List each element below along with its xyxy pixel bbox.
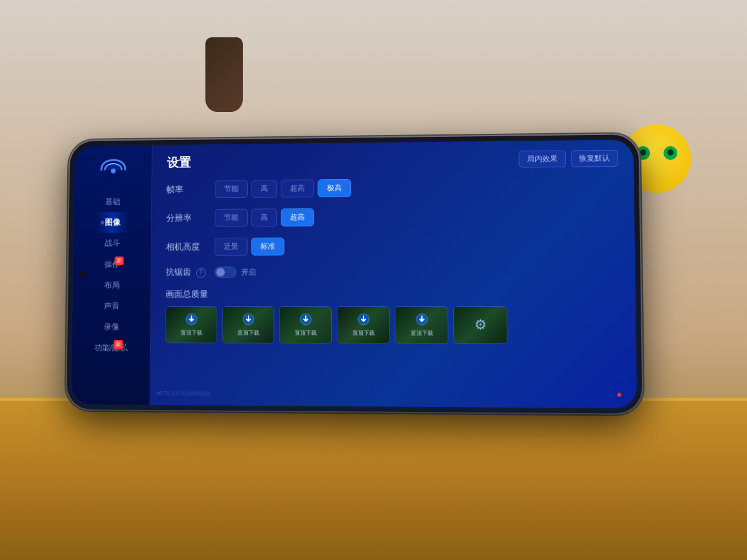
toy-eye-right — [664, 146, 677, 160]
quality-thumbnails: 置顶下载置顶下载置顶下载推荐置顶下载置顶下载⚙ — [165, 306, 620, 344]
quality-section: 画面总质量 置顶下载置顶下载置顶下载推荐置顶下载置顶下载⚙ — [165, 288, 620, 344]
toggle-label: 开启 — [242, 267, 256, 278]
toggle-track[interactable] — [214, 267, 236, 278]
resolution-row: 分辨率 节能高超高 — [166, 206, 619, 226]
download-icon — [299, 313, 312, 329]
thumb-label: 置顶下载 — [352, 330, 375, 337]
download-icon — [242, 313, 255, 329]
frame-rate-row: 帧率 节能高超高极高 — [166, 177, 618, 198]
resolution-option-超高[interactable]: 超高 — [281, 208, 314, 226]
toggle-thumb — [216, 268, 225, 277]
frame-rate-options: 节能高超高极高 — [215, 179, 351, 198]
red-dot-indicator — [618, 393, 621, 396]
download-icon — [415, 313, 428, 329]
main-content: 设置 局内效果 恢复默认 帧率 节能高超高极高 分辨率 — [150, 139, 637, 408]
thumb-label: 置顶下载 — [237, 329, 260, 337]
sidebar-item-label: 基础 — [105, 197, 120, 206]
vase-body — [205, 37, 243, 112]
sidebar-item-label: 战斗 — [105, 238, 120, 248]
thumb-label: 置顶下载 — [294, 330, 317, 337]
quality-thumb-q6[interactable]: ⚙ — [453, 306, 507, 344]
anti-alias-label: 抗锯齿 ? — [166, 267, 214, 278]
thumb-overlay: 置顶下载 — [337, 307, 389, 343]
quality-thumb-bg: 置顶下载 — [395, 307, 448, 343]
frame-rate-option-极高[interactable]: 极高 — [317, 179, 351, 197]
settings-area: 帧率 节能高超高极高 分辨率 节能高超高 相机高度 近景标准 — [165, 177, 621, 398]
resolution-option-节能[interactable]: 节能 — [215, 209, 248, 227]
camera-height-label: 相机高度 — [166, 241, 215, 253]
resolution-option-高[interactable]: 高 — [251, 208, 277, 226]
quality-thumb-q4[interactable]: 推荐置顶下载 — [337, 306, 390, 343]
thumb-overlay: 置顶下载 — [222, 307, 273, 343]
quality-thumb-bg: ⚙ — [454, 307, 507, 343]
quality-thumb-q5[interactable]: 置顶下载 — [395, 306, 448, 344]
toy-pupil-left — [640, 149, 646, 156]
phone-screen: 基础图像战斗操作新布局声音录像功能/隐私新 设置 局内效果 恢复默认 帧率 — [72, 139, 637, 408]
camera-height-row: 相机高度 近景标准 — [166, 236, 619, 256]
sidebar-item-operation[interactable]: 操作新 — [95, 254, 129, 275]
download-icon — [185, 313, 197, 329]
quality-thumb-bg: 置顶下载 — [280, 307, 331, 343]
sidebar-active-dot — [100, 221, 104, 225]
camera-height-option-标准[interactable]: 标准 — [251, 238, 284, 256]
toy-pupil-right — [667, 149, 674, 156]
thumb-label: 置顶下载 — [180, 329, 202, 337]
page-title: 设置 — [167, 154, 191, 171]
new-badge: 新 — [114, 340, 123, 349]
sidebar-item-record[interactable]: 录像 — [95, 317, 128, 338]
sidebar-item-battle[interactable]: 战斗 — [95, 233, 129, 254]
phone-wrapper: 基础图像战斗操作新布局声音录像功能/隐私新 设置 局内效果 恢复默认 帧率 — [67, 134, 642, 426]
sidebar-logo — [98, 157, 128, 182]
sidebar-item-label: 图像 — [105, 218, 120, 227]
quality-thumb-bg: 置顶下载 — [166, 307, 217, 343]
frame-rate-option-高[interactable]: 高 — [251, 180, 277, 198]
quality-title: 画面总质量 — [166, 288, 620, 300]
resolution-options: 节能高超高 — [215, 208, 314, 227]
sidebar-item-label: 声音 — [103, 301, 119, 310]
sidebar-item-sound[interactable]: 声音 — [95, 296, 128, 317]
in-match-button[interactable]: 局内效果 — [519, 151, 566, 168]
sidebar-item-layout[interactable]: 布局 — [95, 275, 128, 296]
new-badge: 新 — [115, 256, 124, 265]
resolution-label: 分辨率 — [166, 212, 215, 223]
quality-thumb-bg: 置顶下载 — [222, 307, 273, 343]
sidebar-item-basic[interactable]: 基础 — [96, 192, 129, 213]
restore-defaults-button[interactable]: 恢复默认 — [571, 150, 618, 167]
header: 设置 局内效果 恢复默认 — [167, 150, 619, 171]
thumb-overlay: 置顶下载 — [166, 307, 217, 343]
bottom-info: v8.71.2.0 2024010101 — [156, 390, 211, 397]
frame-rate-label: 帧率 — [166, 184, 215, 195]
thumb-overlay: ⚙ — [454, 307, 507, 343]
quality-thumb-q1[interactable]: 置顶下载 — [165, 306, 217, 343]
download-icon — [357, 313, 370, 329]
phone-body: 基础图像战斗操作新布局声音录像功能/隐私新 设置 局内效果 恢复默认 帧率 — [67, 134, 642, 413]
thumb-overlay: 置顶下载 — [395, 307, 448, 343]
thumb-overlay: 置顶下载 — [280, 307, 331, 343]
anti-alias-toggle[interactable]: 开启 — [214, 266, 256, 278]
sidebar-item-image[interactable]: 图像 — [96, 212, 129, 233]
quality-thumb-q3[interactable]: 置顶下载 — [279, 306, 332, 343]
settings-icon: ⚙ — [474, 317, 487, 333]
header-buttons: 局内效果 恢复默认 — [519, 150, 618, 168]
vase-decoration — [199, 12, 249, 112]
sidebar-item-label: 布局 — [104, 280, 120, 289]
thumb-label: 置顶下载 — [410, 330, 433, 337]
anti-alias-row: 抗锯齿 ? 开启 — [166, 266, 619, 278]
quality-thumb-bg: 置顶下载 — [337, 307, 389, 343]
anti-alias-help-icon[interactable]: ? — [196, 268, 206, 278]
frame-rate-option-节能[interactable]: 节能 — [215, 180, 248, 198]
sidebar-item-function[interactable]: 功能/隐私新 — [94, 338, 128, 359]
camera-height-option-近景[interactable]: 近景 — [215, 238, 248, 256]
quality-thumb-q2[interactable]: 置顶下载 — [222, 306, 274, 343]
camera-height-options: 近景标准 — [215, 238, 284, 256]
frame-rate-option-超高[interactable]: 超高 — [281, 179, 314, 197]
sidebar-item-label: 录像 — [103, 322, 119, 332]
